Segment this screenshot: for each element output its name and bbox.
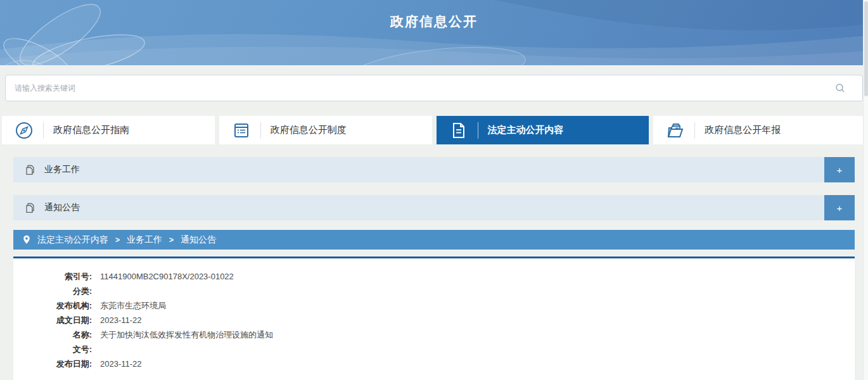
details-panel-container: 索引号: 11441900MB2C90178X/2023-01022 分类: 发… xyxy=(13,256,855,380)
search-icon xyxy=(835,83,845,93)
pages-icon xyxy=(25,203,35,213)
search-box xyxy=(5,75,863,101)
page-title: 政府信息公开 xyxy=(0,13,868,30)
breadcrumb: 法定主动公开内容 > 业务工作 > 通知公告 xyxy=(13,230,855,250)
field-row-category: 分类: xyxy=(23,284,836,298)
tab-label: 政府信息公开年报 xyxy=(705,124,781,136)
section-bar-business-work[interactable]: 业务工作 + xyxy=(13,157,855,182)
breadcrumb-separator: > xyxy=(169,236,174,244)
tab-divider xyxy=(478,122,478,139)
search-input[interactable] xyxy=(6,84,862,92)
tab-statutory-disclosure-content[interactable]: 法定主动公开内容 xyxy=(437,116,649,144)
field-label: 索引号: xyxy=(23,269,92,284)
breadcrumb-item-notices[interactable]: 通知公告 xyxy=(181,234,216,246)
breadcrumb-item-statutory-content[interactable]: 法定主动公开内容 xyxy=(37,234,108,246)
field-label: 分类: xyxy=(23,284,92,298)
field-row-publish-date: 发布日期: 2023-11-22 xyxy=(23,357,836,371)
field-value: 2023-11-22 xyxy=(100,313,142,327)
field-label: 发布日期: xyxy=(23,357,92,371)
section-label: 通知公告 xyxy=(44,202,80,213)
field-label: 成文日期: xyxy=(23,313,92,327)
tab-label: 政府信息公开制度 xyxy=(271,124,347,136)
document-details-panel: 索引号: 11441900MB2C90178X/2023-01022 分类: 发… xyxy=(13,258,855,380)
field-label: 发布机构: xyxy=(23,298,92,313)
field-value: 东莞市生态环境局 xyxy=(100,298,166,313)
field-row-index-number: 索引号: 11441900MB2C90178X/2023-01022 xyxy=(23,269,836,284)
tab-divider xyxy=(694,122,695,139)
search-bar-container xyxy=(5,75,863,101)
expand-button[interactable]: + xyxy=(824,195,855,220)
field-value: 2023-11-22 xyxy=(100,357,142,371)
scrollbar-thumb[interactable] xyxy=(864,1,868,96)
tab-disclosure-guide[interactable]: 政府信息公开指南 xyxy=(2,116,215,144)
location-pin-icon xyxy=(23,235,30,244)
tab-divider xyxy=(260,122,261,139)
list-document-icon xyxy=(232,121,251,140)
field-row-document-number: 文号: xyxy=(23,342,836,357)
field-row-issuing-agency: 发布机构: 东莞市生态环境局 xyxy=(23,298,836,313)
tab-label: 法定主动公开内容 xyxy=(488,124,564,136)
field-value: 11441900MB2C90178X/2023-01022 xyxy=(100,269,234,284)
tab-bar: 政府信息公开指南 政府信息公开制度 法定主动公开内容 xyxy=(0,116,868,144)
field-value: 关于加快淘汰低效挥发性有机物治理设施的通知 xyxy=(100,327,273,342)
breadcrumb-separator: > xyxy=(115,236,120,244)
tab-annual-report[interactable]: 政府信息公开年报 xyxy=(653,116,866,144)
compass-icon xyxy=(15,121,34,140)
document-icon xyxy=(449,121,468,140)
section-bar-notices[interactable]: 通知公告 + xyxy=(13,195,855,220)
banner-decoration xyxy=(0,0,868,65)
breadcrumb-item-business-work[interactable]: 业务工作 xyxy=(127,234,162,246)
field-label: 名称: xyxy=(23,327,92,342)
tab-label: 政府信息公开指南 xyxy=(53,124,129,136)
open-folder-icon xyxy=(666,121,685,140)
section-label: 业务工作 xyxy=(44,164,80,175)
expand-button[interactable]: + xyxy=(824,157,855,182)
field-row-document-date: 成文日期: 2023-11-22 xyxy=(23,313,836,327)
field-row-title: 名称: 关于加快淘汰低效挥发性有机物治理设施的通知 xyxy=(23,327,836,342)
tab-divider xyxy=(43,122,44,139)
field-label: 文号: xyxy=(23,342,92,357)
search-button[interactable] xyxy=(829,75,851,101)
vertical-scrollbar[interactable] xyxy=(863,0,868,380)
tab-disclosure-system[interactable]: 政府信息公开制度 xyxy=(219,116,432,144)
pages-icon xyxy=(25,165,35,175)
header-banner: 政府信息公开 xyxy=(0,0,868,65)
